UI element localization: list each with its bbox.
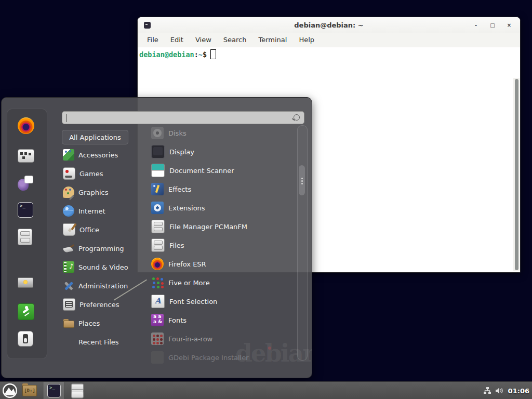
app-item-gdebi[interactable]: GDebi Package Installer [151,351,298,364]
menu-launcher-button[interactable] [1,382,19,399]
app-label: Extensions [168,204,205,212]
app-item-font-selection[interactable]: Font Selection [151,295,298,308]
app-item-display[interactable]: Display [151,145,298,158]
menu-scrollbar[interactable] [297,125,308,361]
search-icon [294,114,300,121]
app-item-five-or-more[interactable]: Five or More [151,276,298,289]
favorite-log-out-icon[interactable] [18,303,34,320]
all-applications-button[interactable]: All Applications [62,130,128,144]
spacer [63,336,74,348]
category-label: Accessories [78,151,118,159]
app-item-files[interactable]: Files [151,238,298,252]
category-label: Preferences [79,301,119,309]
menu-logo-icon [2,383,18,398]
prompt-user-host: debian@debian [139,50,194,59]
file-manager-icon [151,220,165,233]
category-label: Places [78,320,100,327]
prompt-separator: : [194,50,198,59]
menu-scrollbar-thumb[interactable] [299,165,305,195]
five-or-more-icon [151,276,164,289]
prompt-symbol: $ [203,50,207,59]
terminal-menubar: File Edit View Search Terminal Help [138,33,520,47]
terminal-cursor [210,49,216,59]
clock[interactable]: 01:06 [508,387,529,395]
app-item-fonts[interactable]: Fonts [151,313,298,327]
category-recent-files[interactable]: Recent Files [63,335,141,349]
menu-help[interactable]: Help [299,36,314,44]
app-label: Font Selection [169,298,217,305]
app-item-file-manager-pcmanfm[interactable]: File Manager PCManFM [151,220,298,233]
category-label: Games [79,170,103,178]
terminal-icon [47,384,61,397]
app-label: Four-in-a-row [168,335,212,343]
display-icon [151,145,165,158]
app-label: GDebi Package Installer [168,354,249,362]
taskbar-terminal-button-active[interactable] [44,382,64,399]
favorite-keyboard-icon[interactable] [18,149,34,163]
terminal-scrollbar-thumb[interactable] [515,79,518,270]
category-label: Internet [78,207,105,215]
menu-search[interactable]: Search [223,36,247,44]
menu-view[interactable]: View [195,36,211,44]
four-in-a-row-icon [151,332,164,345]
favorite-pidgin-icon[interactable] [18,175,33,191]
shell-prompt: debian@debian:~$ [139,49,216,59]
terminal-title: debian@debian: ~ [138,21,520,29]
favorite-shut-down-icon[interactable] [18,331,33,347]
menu-search-input[interactable] [65,113,290,123]
favorite-file-manager-icon[interactable] [18,229,32,245]
volume-icon[interactable] [495,387,504,395]
terminal-scrollbar[interactable] [513,78,520,271]
app-item-document-scanner[interactable]: Document Scanner [151,164,298,177]
favorite-firefox-icon[interactable] [18,117,34,134]
terminal-titlebar[interactable]: debian@debian: ~ - □ × [138,17,520,33]
disks-icon [151,127,164,139]
app-item-four-in-a-row[interactable]: Four-in-a-row [151,332,298,345]
extensions-icon [151,202,164,214]
text-caret [66,114,66,122]
all-applications-label: All Applications [69,134,121,141]
category-sound-video[interactable]: Sound & Video [63,260,141,274]
category-games[interactable]: Games [63,166,141,181]
taskbar-file-manager-button[interactable] [21,382,38,399]
system-tray: 01:06 [483,382,529,399]
category-accessories[interactable]: Accessories [63,148,141,162]
category-label: Programming [78,245,124,252]
category-label: Graphics [78,189,108,196]
close-button[interactable]: × [504,20,514,30]
menu-file[interactable]: File [147,36,158,44]
app-label: Disks [168,129,187,137]
app-item-extensions[interactable]: Extensions [151,201,298,215]
category-label: Office [79,226,99,234]
network-icon[interactable] [483,387,491,395]
category-graphics[interactable]: Graphics [63,185,141,200]
graphics-icon [63,187,74,198]
maximize-button[interactable]: □ [488,20,497,30]
applications-menu: debian All Applications Accessories Game… [1,97,312,378]
minimize-button[interactable]: - [471,20,481,30]
preferences-icon [63,298,75,311]
app-item-firefox-esr[interactable]: Firefox ESR [151,257,298,271]
category-internet[interactable]: Internet [63,204,141,218]
category-label: Sound & Video [78,263,128,271]
category-programming[interactable]: Programming [63,241,141,256]
menu-terminal[interactable]: Terminal [258,36,287,44]
menu-edit[interactable]: Edit [170,36,183,44]
favorite-terminal-icon[interactable] [18,202,33,218]
fonts-icon [151,314,164,326]
games-icon [63,167,75,180]
app-item-disks[interactable]: Disks [151,126,298,140]
office-icon [63,223,75,236]
app-label: Effects [168,185,191,193]
internet-icon [63,205,74,217]
file-cabinet-icon [71,383,84,398]
menu-search-box[interactable] [62,111,304,124]
category-preferences[interactable]: Preferences [63,297,141,312]
app-item-effects[interactable]: Effects [151,182,298,196]
app-label: Display [169,148,194,156]
favorite-lock-screen-icon[interactable] [18,276,33,292]
category-office[interactable]: Office [63,222,141,237]
taskbar-files-button[interactable] [69,382,86,399]
category-places[interactable]: Places [63,316,141,330]
debian-watermark-dot [268,347,271,350]
